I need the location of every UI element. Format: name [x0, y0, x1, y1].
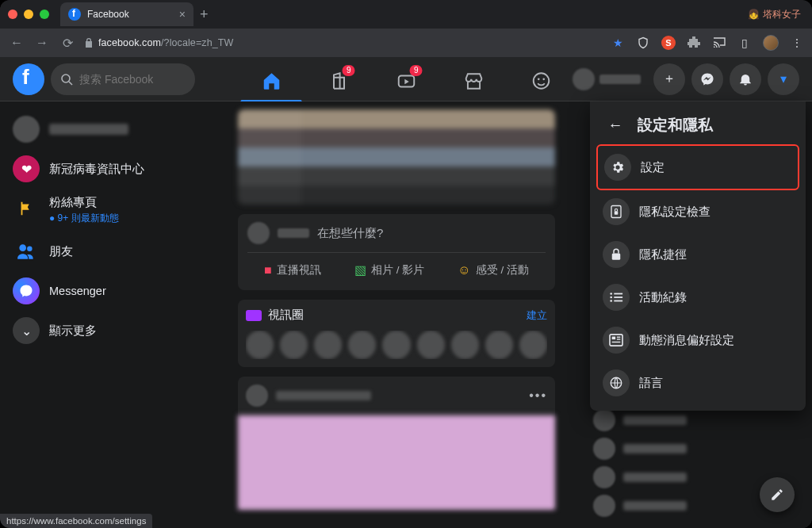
svg-point-13	[610, 297, 612, 299]
nav-watch[interactable]: 9	[373, 60, 440, 101]
new-message-button[interactable]	[760, 477, 795, 512]
room-avatar[interactable]	[519, 331, 547, 359]
composer-live-button[interactable]: ■直播視訊	[256, 258, 329, 282]
room-avatar[interactable]	[246, 331, 274, 359]
sidebar-item-label: Messenger	[49, 285, 106, 297]
sidebar-item-friends[interactable]: 朋友	[6, 231, 232, 271]
post-image[interactable]	[238, 415, 555, 510]
composer-feeling-button[interactable]: ☺感受 / 活動	[450, 258, 537, 282]
dropdown-item-language[interactable]: 語言	[596, 362, 799, 404]
bookmark-star-icon[interactable]: ★	[611, 36, 625, 50]
stories-row[interactable]	[238, 109, 555, 205]
extensions-icon[interactable]	[687, 36, 701, 50]
search-input[interactable]	[79, 73, 186, 86]
room-avatar[interactable]	[382, 331, 410, 359]
room-avatar[interactable]	[451, 331, 479, 359]
sidebar-item-label: 新冠病毒資訊中心	[49, 162, 144, 177]
post-author[interactable]	[276, 391, 371, 400]
composer-live-label: 直播視訊	[277, 263, 321, 277]
nav-pages[interactable]: 9	[305, 60, 373, 101]
extension-s-icon[interactable]: S	[661, 36, 676, 50]
reading-list-icon[interactable]: ▯	[737, 36, 752, 50]
svg-rect-16	[614, 300, 622, 302]
back-button[interactable]: ←	[603, 113, 628, 138]
dropdown-item-label: 隱私設定檢查	[639, 205, 710, 220]
svg-rect-14	[614, 297, 622, 298]
nav-home[interactable]	[238, 60, 305, 101]
nav-marketplace[interactable]	[440, 60, 508, 101]
rooms-title: 視訊圈	[268, 308, 304, 323]
url-host: facebook.com	[98, 37, 161, 48]
shield-icon[interactable]	[636, 36, 650, 50]
new-tab-button[interactable]: +	[200, 6, 209, 23]
cast-icon[interactable]	[712, 36, 726, 50]
dropdown-item-privacy-shortcuts[interactable]: 隱私捷徑	[596, 233, 799, 276]
flag-icon	[13, 195, 40, 222]
reload-button[interactable]: ⟳	[59, 36, 76, 51]
contact-avatar	[593, 466, 615, 488]
brand-icon: 👧	[748, 9, 760, 20]
dropdown-item-settings[interactable]: 設定	[596, 144, 799, 190]
back-button[interactable]: ←	[8, 36, 25, 50]
sidebar-item-messenger[interactable]: Messenger	[6, 271, 232, 311]
nav-gaming[interactable]	[508, 60, 575, 101]
contact-avatar	[593, 438, 615, 460]
rooms-card: 視訊圈 建立	[238, 300, 555, 367]
address-bar[interactable]: facebook.com/?locale=zh_TW	[84, 37, 233, 48]
post-avatar[interactable]	[246, 385, 268, 407]
composer-input[interactable]: 在想些什麼?	[317, 226, 546, 241]
sidebar-item-profile[interactable]	[6, 109, 232, 149]
chrome-menu-icon[interactable]: ⋮	[790, 36, 804, 50]
room-avatar[interactable]	[280, 331, 308, 359]
dropdown-item-privacy-checkup[interactable]: 隱私設定檢查	[596, 190, 799, 233]
svg-rect-17	[610, 335, 622, 346]
sidebar-item-label: 顯示更多	[49, 323, 97, 339]
room-avatar[interactable]	[485, 331, 513, 359]
status-bar: https://www.facebook.com/settings	[0, 514, 152, 528]
composer-photo-button[interactable]: ▧相片 / 影片	[347, 258, 432, 282]
maximize-window-button[interactable]	[40, 10, 49, 19]
account-menu-button[interactable]: ▾	[768, 63, 799, 95]
contact-row[interactable]	[593, 409, 801, 431]
search-bar[interactable]	[51, 63, 195, 95]
room-avatar[interactable]	[314, 331, 342, 359]
lock-icon	[84, 37, 94, 48]
dropdown-item-activity-log[interactable]: 活動紀錄	[596, 276, 799, 319]
facebook-logo-icon[interactable]	[13, 63, 44, 95]
sidebar-item-covid[interactable]: ❤ 新冠病毒資訊中心	[6, 149, 232, 189]
clipboard-lock-icon	[603, 198, 630, 225]
profile-chip[interactable]	[566, 65, 647, 94]
post-menu-icon[interactable]: •••	[529, 388, 547, 403]
sidebar-item-label: 朋友	[49, 244, 73, 259]
minimize-window-button[interactable]	[24, 10, 33, 19]
sidebar-item-pages[interactable]: 粉絲專頁 ● 9+ 則最新動態	[6, 189, 232, 231]
messenger-button[interactable]	[691, 63, 723, 95]
composer-avatar	[247, 222, 270, 244]
forward-button[interactable]: →	[33, 36, 51, 50]
dropdown-item-label: 語言	[639, 376, 663, 391]
composer-card: 在想些什麼? ■直播視訊 ▧相片 / 影片 ☺感受 / 活動	[238, 214, 555, 290]
notifications-button[interactable]	[730, 63, 761, 95]
rooms-create-link[interactable]: 建立	[527, 308, 547, 323]
close-window-button[interactable]	[8, 10, 17, 19]
contact-row[interactable]	[593, 438, 801, 460]
friends-icon	[13, 238, 40, 265]
dropdown-item-news-pref[interactable]: 動態消息偏好設定	[596, 319, 799, 362]
svg-point-0	[62, 75, 70, 82]
svg-point-3	[533, 73, 549, 89]
center-nav: 9 9	[238, 57, 575, 101]
tab-title: Facebook	[87, 9, 129, 20]
create-button[interactable]: ＋	[653, 63, 685, 95]
dropdown-item-label: 設定	[641, 160, 665, 175]
sidebar-item-more[interactable]: ⌄ 顯示更多	[6, 311, 232, 350]
chrome-profile-avatar[interactable]	[763, 35, 779, 51]
facebook-favicon-icon	[68, 8, 81, 21]
search-icon	[60, 73, 73, 86]
browser-tab[interactable]: Facebook ×	[60, 2, 193, 26]
svg-line-1	[69, 82, 72, 85]
room-avatar[interactable]	[348, 331, 376, 359]
video-icon: ■	[264, 263, 272, 277]
room-avatar[interactable]	[417, 331, 445, 359]
close-tab-icon[interactable]: ×	[179, 8, 186, 21]
rooms-avatars[interactable]	[246, 331, 547, 359]
